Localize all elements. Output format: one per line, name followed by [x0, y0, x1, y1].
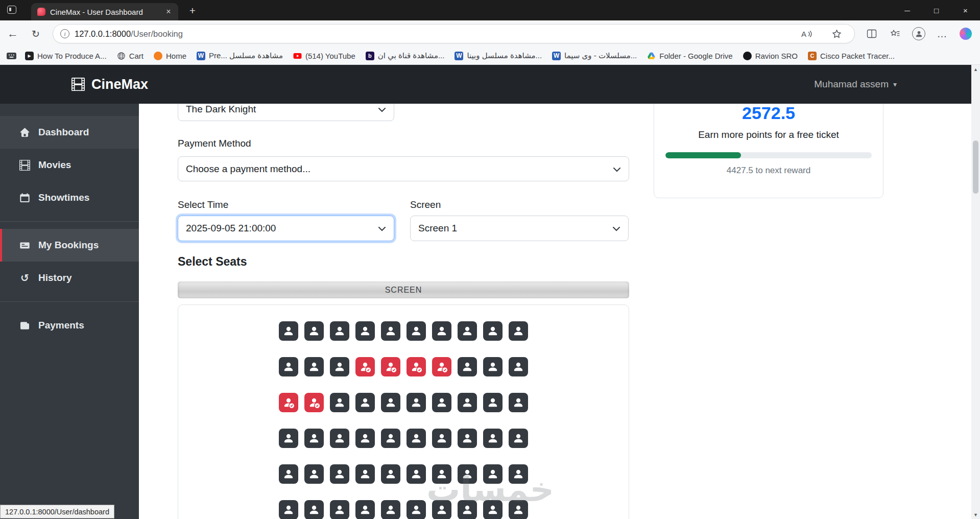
- seat-available[interactable]: [355, 321, 375, 341]
- bookmark-item[interactable]: Wمسلسلات - وى سيما...: [547, 49, 642, 62]
- seat-available[interactable]: [304, 321, 324, 341]
- read-aloud-icon[interactable]: A: [798, 25, 816, 42]
- bookmark-item[interactable]: Home: [149, 50, 192, 62]
- page-scrollbar[interactable]: ▲ ▼: [971, 65, 980, 519]
- seat-available[interactable]: [304, 464, 324, 484]
- seat-available[interactable]: [279, 429, 298, 448]
- seat-available[interactable]: [458, 429, 477, 448]
- minimize-button[interactable]: ─: [893, 0, 922, 20]
- seat-available[interactable]: [381, 429, 400, 448]
- seat-available[interactable]: [407, 393, 426, 412]
- seat-available[interactable]: [381, 321, 400, 341]
- sidebar-item-showtimes[interactable]: Showtimes: [0, 181, 139, 214]
- sidebar-item-my-bookings[interactable]: My Bookings: [0, 229, 139, 262]
- seat-booked[interactable]: [407, 357, 426, 376]
- sidebar-item-payments[interactable]: Payments: [0, 309, 139, 342]
- scrollbar-thumb[interactable]: [973, 140, 978, 194]
- seat-booked[interactable]: [304, 393, 324, 412]
- seat-available[interactable]: [509, 500, 528, 519]
- seat-available[interactable]: [509, 393, 528, 412]
- split-screen-icon[interactable]: [863, 25, 880, 42]
- seat-available[interactable]: [355, 393, 375, 412]
- bookmark-item[interactable]: CCisco Packet Tracer...: [803, 50, 900, 62]
- seat-available[interactable]: [432, 464, 451, 484]
- seat-available[interactable]: [381, 464, 400, 484]
- seat-available[interactable]: [458, 393, 477, 412]
- maximize-button[interactable]: □: [922, 0, 951, 20]
- apps-icon[interactable]: [6, 51, 17, 61]
- bookmark-item[interactable]: Folder - Google Drive: [642, 50, 737, 62]
- scroll-up-icon[interactable]: ▲: [971, 65, 980, 74]
- seat-available[interactable]: [279, 464, 298, 484]
- seat-booked[interactable]: [279, 393, 298, 412]
- time-select[interactable]: 2025-09-05 21:00:00: [178, 216, 394, 241]
- browser-tab[interactable]: CineMax - User Dashboard ×: [31, 3, 178, 20]
- seat-available[interactable]: [432, 429, 451, 448]
- seat-available[interactable]: [355, 464, 375, 484]
- bookmark-item[interactable]: Cart: [112, 50, 149, 62]
- seat-booked[interactable]: [432, 357, 451, 376]
- refresh-icon[interactable]: ↻: [27, 25, 45, 43]
- close-button[interactable]: ×: [951, 0, 980, 20]
- seat-available[interactable]: [483, 393, 503, 412]
- seat-available[interactable]: [330, 500, 349, 519]
- tab-actions-icon[interactable]: [7, 6, 16, 14]
- seat-available[interactable]: [509, 321, 528, 341]
- seat-available[interactable]: [355, 500, 375, 519]
- seat-available[interactable]: [509, 464, 528, 484]
- seat-available[interactable]: [483, 500, 503, 519]
- bookmark-item[interactable]: bمشاهدة قناة بي ان...: [361, 49, 450, 62]
- back-icon[interactable]: ←: [4, 25, 22, 43]
- seat-available[interactable]: [330, 393, 349, 412]
- seat-available[interactable]: [432, 393, 451, 412]
- seat-available[interactable]: [330, 357, 349, 376]
- seat-available[interactable]: [458, 321, 477, 341]
- seat-available[interactable]: [407, 429, 426, 448]
- bookmark-item[interactable]: (514) YouTube: [288, 50, 361, 62]
- seat-available[interactable]: [483, 321, 503, 341]
- seat-available[interactable]: [279, 321, 298, 341]
- seat-available[interactable]: [483, 357, 503, 376]
- seat-available[interactable]: [381, 500, 400, 519]
- scroll-down-icon[interactable]: ▼: [971, 510, 980, 519]
- seat-available[interactable]: [483, 429, 503, 448]
- seat-available[interactable]: [355, 429, 375, 448]
- brand[interactable]: CineMax: [71, 77, 148, 92]
- seat-available[interactable]: [279, 357, 298, 376]
- settings-more-icon[interactable]: …: [934, 25, 951, 42]
- seat-available[interactable]: [509, 357, 528, 376]
- seat-available[interactable]: [407, 464, 426, 484]
- seat-available[interactable]: [304, 357, 324, 376]
- seat-available[interactable]: [458, 500, 477, 519]
- bookmark-item[interactable]: Wمشاهدة مسلسل وبينا...: [449, 49, 547, 62]
- seat-available[interactable]: [304, 429, 324, 448]
- seat-booked[interactable]: [381, 357, 400, 376]
- screen-select[interactable]: Screen 1: [410, 216, 629, 241]
- bookmark-item[interactable]: WPre... مشاهدة مسلسل: [192, 49, 288, 62]
- tab-close-icon[interactable]: ×: [163, 6, 174, 17]
- seat-available[interactable]: [407, 500, 426, 519]
- seat-booked[interactable]: [355, 357, 375, 376]
- favorites-hub-icon[interactable]: [887, 25, 904, 42]
- seat-available[interactable]: [330, 429, 349, 448]
- seat-available[interactable]: [432, 500, 451, 519]
- sidebar-item-history[interactable]: ↺History: [0, 262, 139, 294]
- profile-avatar-icon[interactable]: [910, 25, 927, 42]
- site-info-icon[interactable]: i: [60, 29, 69, 38]
- bookmark-item[interactable]: Ravion SRO: [738, 50, 803, 62]
- seat-available[interactable]: [458, 357, 477, 376]
- seat-available[interactable]: [279, 500, 298, 519]
- seat-available[interactable]: [330, 321, 349, 341]
- address-bar[interactable]: i 127.0.0.1:8000/User/booking A: [53, 24, 855, 43]
- seat-available[interactable]: [381, 393, 400, 412]
- sidebar-item-dashboard[interactable]: Dashboard: [0, 116, 139, 149]
- seat-available[interactable]: [304, 500, 324, 519]
- seat-available[interactable]: [483, 464, 503, 484]
- payment-method-select[interactable]: Choose a payment method...: [178, 156, 629, 181]
- user-menu[interactable]: Muhamad assem ▾: [814, 79, 897, 90]
- copilot-icon[interactable]: [957, 25, 974, 42]
- new-tab-button[interactable]: +: [185, 4, 200, 18]
- favorite-star-icon[interactable]: [828, 25, 845, 42]
- sidebar-item-movies[interactable]: Movies: [0, 149, 139, 181]
- seat-available[interactable]: [509, 429, 528, 448]
